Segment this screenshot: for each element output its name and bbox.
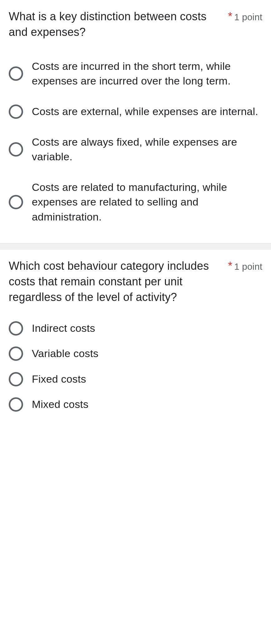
question-header: Which cost behaviour category includes c… — [9, 258, 262, 305]
option-2-3[interactable]: Fixed costs — [9, 372, 262, 387]
option-1-2[interactable]: Costs are external, while expenses are i… — [9, 104, 262, 119]
option-label: Costs are related to manufacturing, whil… — [32, 180, 262, 225]
radio-icon — [9, 195, 23, 209]
radio-icon — [9, 142, 23, 157]
points-label: *1 point — [228, 258, 262, 273]
radio-icon — [9, 104, 23, 119]
radio-icon — [9, 321, 23, 336]
option-label: Costs are always fixed, while expenses a… — [32, 135, 262, 164]
options-group-1: Costs are incurred in the short term, wh… — [9, 59, 262, 225]
question-card-2: Which cost behaviour category includes c… — [0, 249, 271, 431]
points-value: 1 point — [234, 261, 262, 272]
option-label: Fixed costs — [32, 372, 86, 387]
option-label: Indirect costs — [32, 321, 95, 336]
option-label: Mixed costs — [32, 397, 89, 412]
radio-icon — [9, 372, 23, 386]
required-star-icon: * — [228, 259, 232, 272]
radio-icon — [9, 66, 23, 81]
option-label: Costs are incurred in the short term, wh… — [32, 59, 262, 89]
required-star-icon: * — [228, 10, 232, 23]
option-1-3[interactable]: Costs are always fixed, while expenses a… — [9, 135, 262, 164]
question-card-1: What is a key distinction between costs … — [0, 0, 271, 243]
question-text: What is a key distinction between costs … — [9, 9, 223, 40]
option-1-4[interactable]: Costs are related to manufacturing, whil… — [9, 180, 262, 225]
radio-icon — [9, 397, 23, 412]
option-2-2[interactable]: Variable costs — [9, 346, 262, 361]
card-divider — [0, 243, 271, 249]
question-header: What is a key distinction between costs … — [9, 9, 262, 40]
question-text-content: Which cost behaviour category includes c… — [9, 259, 209, 304]
option-label: Costs are external, while expenses are i… — [32, 104, 258, 119]
points-label: *1 point — [228, 9, 262, 23]
options-group-2: Indirect costs Variable costs Fixed cost… — [9, 321, 262, 412]
option-label: Variable costs — [32, 346, 99, 361]
points-value: 1 point — [234, 12, 262, 22]
option-2-1[interactable]: Indirect costs — [9, 321, 262, 336]
option-2-4[interactable]: Mixed costs — [9, 397, 262, 412]
question-text: Which cost behaviour category includes c… — [9, 258, 223, 305]
radio-icon — [9, 346, 23, 361]
option-1-1[interactable]: Costs are incurred in the short term, wh… — [9, 59, 262, 89]
